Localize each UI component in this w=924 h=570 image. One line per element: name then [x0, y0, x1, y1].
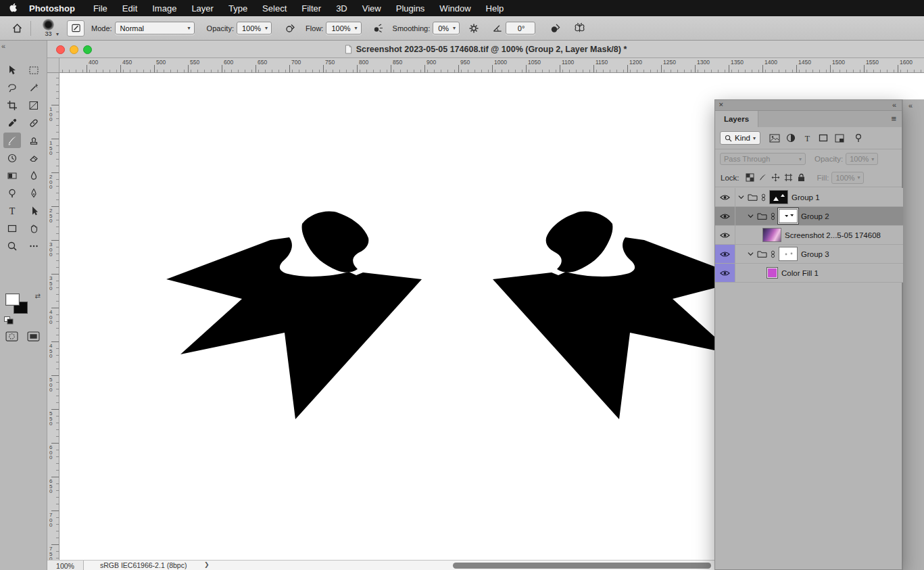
- eyedropper-tool[interactable]: [3, 115, 21, 130]
- chevron-down-icon[interactable]: [748, 214, 754, 218]
- chevron-down-icon[interactable]: [738, 195, 744, 199]
- layer-thumbnail[interactable]: [762, 228, 781, 242]
- marquee-tool[interactable]: [25, 62, 43, 78]
- layer-mask-thumbnail[interactable]: [779, 247, 798, 261]
- filter-kind-select[interactable]: Kind ▾: [720, 131, 760, 145]
- foreground-color-swatch[interactable]: [5, 293, 20, 306]
- menu-item-type[interactable]: Type: [221, 3, 255, 14]
- fill-select[interactable]: 100% ▾: [831, 172, 864, 184]
- horizontal-scrollbar-thumb[interactable]: [453, 563, 711, 569]
- visibility-toggle[interactable]: [715, 245, 735, 263]
- filter-type-layers-icon[interactable]: T: [800, 131, 814, 145]
- mode-select[interactable]: Normal ▾: [115, 22, 195, 34]
- clone-stamp-tool[interactable]: [25, 133, 43, 148]
- slice-tool[interactable]: [25, 97, 43, 113]
- brush-tool[interactable]: [3, 133, 21, 148]
- layer-name[interactable]: Group 1: [792, 193, 820, 201]
- filter-pin-icon[interactable]: [851, 131, 866, 145]
- menu-item-layer[interactable]: Layer: [184, 3, 221, 14]
- menu-item-plugins[interactable]: Plugins: [389, 3, 433, 14]
- lock-artboard-icon[interactable]: [782, 172, 795, 184]
- eraser-tool[interactable]: [25, 150, 43, 166]
- status-options-chevron-icon[interactable]: ❯: [204, 561, 210, 568]
- move-tool[interactable]: [3, 62, 21, 78]
- layer-name[interactable]: Screenshot 2...5-05 174608: [785, 231, 881, 239]
- menu-item-view[interactable]: View: [355, 3, 389, 14]
- layer-row-color-fill-1[interactable]: Color Fill 1: [715, 264, 903, 283]
- symmetry-butterfly-button[interactable]: [570, 20, 588, 37]
- visibility-toggle[interactable]: [715, 207, 735, 225]
- layer-opacity-select[interactable]: 100% ▾: [846, 153, 878, 165]
- lasso-tool[interactable]: [3, 80, 21, 95]
- path-selection-tool[interactable]: [25, 203, 43, 218]
- filter-adjustment-layers-icon[interactable]: [783, 131, 798, 145]
- gradient-tool[interactable]: [3, 168, 21, 183]
- visibility-toggle[interactable]: [715, 188, 735, 206]
- spot-healing-tool[interactable]: [25, 115, 43, 130]
- history-brush-tool[interactable]: [3, 150, 21, 166]
- filter-shape-layers-icon[interactable]: [816, 131, 831, 145]
- smoothing-select[interactable]: 0% ▾: [433, 22, 460, 34]
- close-panel-icon[interactable]: ✕: [719, 101, 724, 108]
- layer-row-group-2[interactable]: Group 2: [715, 207, 903, 226]
- layer-name[interactable]: Group 3: [801, 250, 829, 258]
- layer-name[interactable]: Color Fill 1: [781, 269, 819, 277]
- menu-item-help[interactable]: Help: [479, 3, 512, 14]
- more-tool[interactable]: [25, 238, 43, 254]
- type-tool[interactable]: T: [3, 203, 21, 218]
- default-colors-icon[interactable]: [4, 316, 14, 325]
- lock-image-icon[interactable]: [756, 172, 769, 184]
- dodge-tool[interactable]: [3, 185, 21, 201]
- object-selection-tool[interactable]: [25, 80, 43, 95]
- collapse-tools-icon[interactable]: «: [1, 42, 4, 50]
- chevron-down-icon[interactable]: [748, 252, 754, 256]
- opacity-select[interactable]: 100% ▾: [237, 22, 272, 34]
- app-name[interactable]: Photoshop: [29, 3, 75, 14]
- layer-mask-thumbnail-selected[interactable]: [779, 209, 798, 223]
- rectangle-tool[interactable]: [3, 220, 21, 236]
- lock-position-icon[interactable]: [769, 172, 782, 184]
- zoom-tool[interactable]: [3, 238, 21, 254]
- menu-item-filter[interactable]: Filter: [294, 3, 329, 14]
- menu-item-select[interactable]: Select: [255, 3, 294, 14]
- airbrush-button[interactable]: [370, 20, 387, 37]
- quick-mask-button[interactable]: [3, 330, 20, 343]
- home-button[interactable]: [8, 20, 26, 37]
- pen-tool[interactable]: [25, 185, 43, 201]
- blend-mode-select[interactable]: Pass Through ▾: [720, 153, 806, 165]
- blur-tool[interactable]: [25, 168, 43, 183]
- hand-tool[interactable]: [25, 220, 43, 236]
- crop-tool[interactable]: [3, 97, 21, 113]
- tab-layers[interactable]: Layers: [715, 111, 758, 127]
- swap-colors-icon[interactable]: ⇄: [35, 292, 41, 300]
- collapse-panel-icon[interactable]: «: [892, 101, 896, 109]
- zoom-level-field[interactable]: 100%: [47, 561, 84, 570]
- layer-row-group-1[interactable]: Group 1: [715, 188, 903, 207]
- collapse-dock-icon[interactable]: «: [908, 101, 913, 110]
- flow-select[interactable]: 100% ▾: [326, 22, 361, 34]
- filter-smart-objects-icon[interactable]: [832, 131, 847, 145]
- layer-row-group-3[interactable]: Group 3: [715, 245, 903, 264]
- visibility-toggle[interactable]: [715, 226, 735, 244]
- opacity-pressure-button[interactable]: [281, 20, 299, 37]
- panel-menu-icon[interactable]: ≡: [891, 114, 896, 124]
- smoothing-options-gear-button[interactable]: [465, 20, 483, 37]
- screen-mode-button[interactable]: [24, 330, 42, 343]
- brush-angle-control[interactable]: 0°: [492, 22, 535, 34]
- lock-transparency-icon[interactable]: [744, 172, 756, 184]
- filter-pixel-layers-icon[interactable]: [767, 131, 782, 145]
- fill-color-thumbnail[interactable]: [767, 267, 778, 279]
- menu-item-window[interactable]: Window: [432, 3, 478, 14]
- brush-preset-picker[interactable]: 33 ▾: [43, 19, 59, 37]
- menu-item-file[interactable]: File: [86, 3, 115, 14]
- menu-item-3d[interactable]: 3D: [329, 3, 355, 14]
- apple-icon[interactable]: [9, 3, 18, 14]
- lock-all-icon[interactable]: [795, 172, 808, 184]
- size-pressure-button[interactable]: [546, 20, 564, 37]
- layer-row-screenshot[interactable]: Screenshot 2...5-05 174608: [715, 226, 903, 245]
- menu-item-edit[interactable]: Edit: [115, 3, 145, 14]
- visibility-toggle[interactable]: [715, 264, 735, 282]
- menu-item-image[interactable]: Image: [145, 3, 184, 14]
- layer-mask-thumbnail[interactable]: [769, 190, 788, 204]
- brush-settings-toggle[interactable]: [67, 20, 84, 37]
